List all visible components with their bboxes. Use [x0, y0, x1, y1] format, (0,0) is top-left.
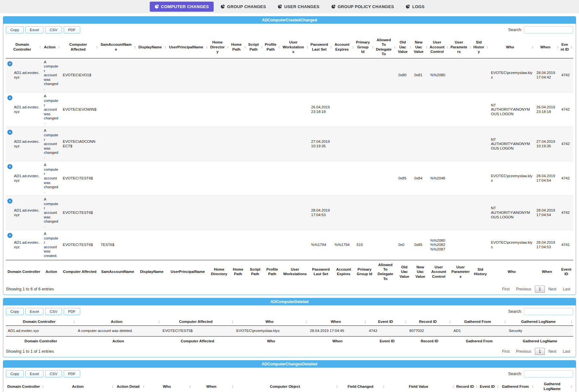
- excel-button[interactable]: Excel: [25, 26, 44, 33]
- column-header-sid-history[interactable]: Sid History▲▼: [472, 36, 489, 58]
- excel-button[interactable]: Excel: [25, 308, 44, 315]
- pdf-button[interactable]: PDF: [64, 308, 80, 315]
- expand-row-button[interactable]: +: [7, 95, 12, 100]
- expand-row-button[interactable]: +: [7, 130, 12, 135]
- column-header-samaccountname[interactable]: SamAccountName▲▼: [99, 36, 137, 58]
- search-input[interactable]: [524, 308, 573, 315]
- tab-group-policy-changes[interactable]: GROUP POLICY CHANGES: [326, 2, 399, 12]
- column-header-domain-controller[interactable]: Domain Controller▲▼: [6, 318, 76, 326]
- column-header-account-expires[interactable]: Account Expires▲▼: [333, 36, 355, 58]
- copy-button[interactable]: Copy: [6, 26, 24, 33]
- tab-computer-changes[interactable]: COMPUTER CHANGES: [150, 2, 214, 12]
- cell: [333, 161, 355, 196]
- pdf-button[interactable]: PDF: [64, 370, 80, 377]
- column-header-user-parameters[interactable]: User Parameters▲▼: [449, 36, 472, 58]
- column-header-gathered-from[interactable]: Gathered From▲▼: [452, 318, 507, 326]
- column-header-who[interactable]: Who▲▼: [234, 318, 308, 326]
- column-header-primary-group-id[interactable]: Primary Group Id▲▼: [355, 36, 374, 58]
- pagination-next[interactable]: Next: [546, 286, 560, 293]
- pagination-previous[interactable]: Previous: [513, 286, 534, 293]
- cell: 4742: [560, 58, 573, 92]
- column-header-field-value[interactable]: Field Value▲▼: [385, 380, 455, 392]
- column-header-when[interactable]: When▲▼: [535, 36, 560, 58]
- column-header-user-account-control[interactable]: User Account Control▲▼: [428, 36, 449, 58]
- column-footer-sid-history: Sid History: [472, 260, 489, 283]
- column-header-domain-controller[interactable]: Domain Controller▲▼: [6, 36, 42, 58]
- column-header-password-last-set[interactable]: Password Last Set▲▼: [309, 36, 333, 58]
- cell: %%1794: [333, 230, 355, 260]
- column-header-script-path[interactable]: Script Path▲▼: [246, 36, 264, 58]
- pagination-last[interactable]: Last: [560, 286, 573, 293]
- cell: [137, 230, 167, 260]
- search-input[interactable]: [524, 370, 573, 377]
- cell: A computer account was changed.: [42, 127, 61, 161]
- cell: [230, 58, 247, 92]
- column-header-computer-object[interactable]: Computer Object▲▼: [234, 380, 339, 392]
- column-header-gathered-from[interactable]: Gathered From▲▼: [499, 380, 534, 392]
- expand-row-button[interactable]: +: [7, 61, 12, 66]
- cell: [281, 92, 309, 127]
- column-header-user-workstations[interactable]: User Workstations▲▼: [281, 36, 309, 58]
- pagination-first[interactable]: First: [499, 286, 512, 293]
- pagination-first[interactable]: First: [499, 348, 512, 355]
- pagination-next[interactable]: Next: [546, 348, 560, 355]
- column-header-home-path[interactable]: Home Path▲▼: [230, 36, 247, 58]
- sort-icon: ▲▼: [486, 45, 488, 49]
- column-header-old-uac-value[interactable]: Old Uac Value▲▼: [396, 36, 412, 58]
- column-header-event-id[interactable]: Event ID▲▼: [560, 36, 573, 58]
- csv-button[interactable]: CSV: [45, 370, 62, 377]
- column-header-action[interactable]: Action▲▼: [76, 318, 161, 326]
- column-header-who[interactable]: Who▲▼: [145, 380, 192, 392]
- column-header-new-uac-value[interactable]: New Uac Value▲▼: [412, 36, 428, 58]
- column-header-record-id[interactable]: Record ID▲▼: [408, 318, 452, 326]
- column-header-record-id[interactable]: Record ID▲▼: [455, 380, 478, 392]
- expand-row-button[interactable]: +: [7, 164, 12, 169]
- column-header-event-id[interactable]: Event ID▲▼: [478, 380, 500, 392]
- csv-button[interactable]: CSV: [45, 308, 62, 315]
- copy-button[interactable]: Copy: [6, 308, 24, 315]
- cell: [428, 127, 449, 161]
- copy-button[interactable]: Copy: [6, 370, 24, 377]
- pdf-button[interactable]: PDF: [64, 26, 80, 33]
- column-header-who[interactable]: Who▲▼: [489, 36, 535, 58]
- column-header-event-id[interactable]: Event ID▲▼: [367, 318, 408, 326]
- tab-user-changes[interactable]: USER CHANGES: [273, 2, 324, 12]
- pagination-previous[interactable]: Previous: [513, 348, 534, 355]
- column-footer-user-workstations: User Workstations: [281, 260, 309, 283]
- pagination-last[interactable]: Last: [560, 348, 573, 355]
- column-header-gathered-logname[interactable]: Gathered LogName▲▼: [507, 318, 573, 326]
- tab-group-changes[interactable]: GROUP CHANGES: [216, 2, 271, 12]
- excel-button[interactable]: Excel: [25, 370, 44, 377]
- column-header-profile-path[interactable]: Profile Path▲▼: [264, 36, 281, 58]
- column-header-action[interactable]: Action▲▼: [42, 36, 61, 58]
- section-title: ADComputerDeleted: [3, 298, 576, 305]
- search-input[interactable]: [524, 26, 573, 33]
- sort-icon: ▲▼: [571, 45, 573, 49]
- column-header-when[interactable]: When▲▼: [192, 380, 234, 392]
- column-header-action-detail[interactable]: Action Detail▲▼: [114, 380, 145, 392]
- tab-logs[interactable]: LOGS: [401, 2, 429, 12]
- csv-button[interactable]: CSV: [45, 26, 62, 33]
- cell: [99, 127, 137, 161]
- column-header-home-directory[interactable]: Home Directory▲▼: [208, 36, 229, 58]
- pagination-page-1[interactable]: 1: [535, 286, 545, 293]
- column-header-displayname[interactable]: DisplayName▲▼: [137, 36, 167, 58]
- column-header-computer-affected[interactable]: Computer Affected▲▼: [61, 36, 99, 58]
- cell: EVOTEC\EVOWIN$: [61, 92, 99, 127]
- column-header-action[interactable]: Action▲▼: [44, 380, 114, 392]
- column-footer-when: When: [308, 337, 367, 346]
- column-footer-password-last-set: Password Last Set: [309, 260, 333, 283]
- column-header-gathered-logname[interactable]: Gathered LogName▲▼: [535, 380, 573, 392]
- column-header-allowed-to-delegate-to[interactable]: Allowed To Delegate To▲▼: [374, 36, 396, 58]
- column-header-userprincipalname[interactable]: UserPrincipalName▲▼: [167, 36, 208, 58]
- expand-row-button[interactable]: +: [7, 199, 12, 203]
- expand-row-button[interactable]: +: [7, 233, 12, 238]
- column-header-field-changed[interactable]: Field Changed▲▼: [339, 380, 385, 392]
- pagination-page-1[interactable]: 1: [535, 348, 545, 355]
- column-header-computer-affected[interactable]: Computer Affected▲▼: [161, 318, 234, 326]
- column-header-when[interactable]: When▲▼: [308, 318, 367, 326]
- cell: +AD1.ad.evotec.xyz: [6, 196, 42, 230]
- cell: [333, 127, 355, 161]
- column-header-domain-controller[interactable]: Domain Controller▲▼: [6, 380, 44, 392]
- cell: [246, 161, 264, 196]
